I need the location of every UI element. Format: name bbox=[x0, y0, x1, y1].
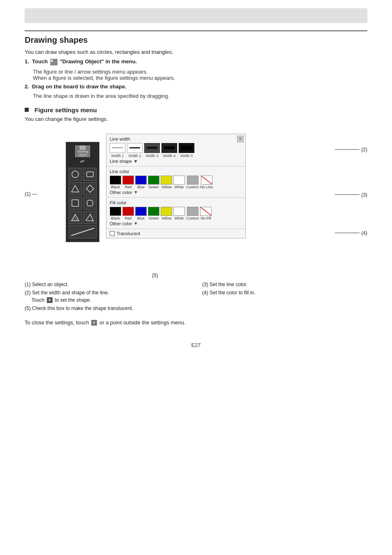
line-color-yellow: Yellow bbox=[161, 176, 172, 189]
lw-box-5[interactable] bbox=[179, 143, 194, 153]
lw-box-4[interactable] bbox=[161, 143, 177, 153]
shape-rounded-square-btn[interactable] bbox=[83, 197, 97, 210]
line-shape-dropdown-arrow[interactable]: ▼ bbox=[134, 159, 138, 164]
lw-line-3 bbox=[147, 147, 157, 149]
callout-2: (2) bbox=[335, 147, 367, 153]
lw-label-1: Width 1 bbox=[111, 154, 124, 158]
lc-blue-label: Blue bbox=[137, 185, 145, 189]
shape-circle-btn[interactable] bbox=[69, 168, 82, 181]
x-icon-inline: ✕ bbox=[91, 320, 97, 326]
other-color-fill-arrow[interactable]: ▼ bbox=[134, 221, 138, 226]
lw-swatch-1: Width 1 bbox=[110, 143, 125, 158]
shape-diamond-btn[interactable] bbox=[83, 182, 97, 195]
line-shape-dropdown-row: Line shape ▼ bbox=[110, 159, 242, 164]
shape-rounded-rect-btn[interactable] bbox=[83, 168, 97, 181]
section-title: Drawing shapes bbox=[25, 30, 367, 45]
line-color-blue: Blue bbox=[135, 176, 147, 189]
translucent-checkbox[interactable] bbox=[110, 231, 115, 236]
line-color-green: Green bbox=[148, 176, 159, 189]
fc-custom-swatch[interactable] bbox=[187, 207, 198, 216]
lc-blue-swatch[interactable] bbox=[135, 176, 147, 185]
svg-marker-6 bbox=[71, 214, 79, 221]
page-container: Drawing shapes You can draw shapes such … bbox=[0, 0, 392, 555]
fc-nofill-swatch[interactable] bbox=[200, 207, 212, 216]
fc-red-swatch[interactable] bbox=[122, 207, 134, 216]
step2-num: 2. bbox=[25, 83, 30, 90]
svg-rect-4 bbox=[72, 200, 78, 206]
shape-square-outline-btn[interactable] bbox=[69, 197, 82, 210]
subsection-intro: You can change the figure settings. bbox=[25, 116, 367, 122]
close-btn[interactable]: × bbox=[237, 136, 244, 142]
fc-nofill-label: No Fill bbox=[201, 216, 211, 220]
close-note: To close the settings, touch ✕ or a poin… bbox=[25, 319, 367, 326]
shape-triangle-right-btn[interactable] bbox=[83, 211, 97, 224]
lc-noline-swatch[interactable] bbox=[201, 176, 212, 185]
lw-line-2 bbox=[129, 147, 140, 148]
lc-noline-label: No Line bbox=[200, 185, 213, 189]
lw-box-1[interactable] bbox=[110, 143, 125, 153]
close-note-text1: To close the settings, touch bbox=[25, 319, 89, 326]
fc-blue-swatch[interactable] bbox=[135, 207, 147, 216]
shape-triangle-outline-btn[interactable] bbox=[69, 182, 82, 195]
line-color-noline: No Line bbox=[200, 176, 213, 189]
other-color-line-row: Other color ▼ bbox=[110, 190, 242, 195]
lc-white-swatch[interactable] bbox=[173, 176, 185, 185]
lc-green-label: Green bbox=[148, 185, 159, 189]
fc-green-swatch[interactable] bbox=[148, 207, 159, 216]
lc-custom-swatch[interactable] bbox=[187, 176, 198, 185]
settings-panel: Line width × Width 1 Width 2 bbox=[106, 134, 246, 238]
legend-4: (4) Set the color to fill in. bbox=[202, 289, 367, 304]
lw-label-3: Width 3 bbox=[146, 154, 159, 158]
svg-line-10 bbox=[201, 207, 211, 215]
page-number: E27 bbox=[25, 342, 367, 348]
lc-red-swatch[interactable] bbox=[122, 176, 134, 185]
lc-green-swatch[interactable] bbox=[148, 176, 159, 185]
fc-black-swatch[interactable] bbox=[110, 207, 121, 216]
svg-line-9 bbox=[201, 176, 212, 184]
lw-label-2: Width 2 bbox=[129, 154, 141, 158]
lw-box-3[interactable] bbox=[144, 143, 160, 153]
translucent-label: Translucent bbox=[117, 231, 140, 236]
other-color-line-arrow[interactable]: ▼ bbox=[134, 190, 138, 194]
line-color-custom: Custom bbox=[186, 176, 199, 189]
close-note-text2: or a point outside the settings menu. bbox=[99, 319, 186, 326]
step2-sub1: The line shape is drawn in the area spec… bbox=[33, 93, 367, 99]
lc-black-label: Black bbox=[111, 185, 120, 189]
callout-2-label: (2) bbox=[361, 147, 367, 153]
shape-diagonal-btn[interactable] bbox=[69, 225, 97, 238]
step-1: 1. Touch ▦ "Drawing Object" in the menu. bbox=[25, 58, 367, 65]
subsection-title: Figure settings menu bbox=[25, 106, 367, 113]
translucent-row: Translucent bbox=[106, 229, 245, 238]
line-color-black: Black bbox=[110, 176, 121, 189]
fc-yellow-label: Yellow bbox=[161, 216, 172, 220]
callout-3: (3) bbox=[335, 192, 367, 198]
fc-yellow-swatch[interactable] bbox=[161, 207, 172, 216]
lw-box-2[interactable] bbox=[127, 143, 143, 153]
fill-color-black: Black bbox=[110, 207, 121, 220]
shape-triangle-filled-btn[interactable] bbox=[69, 211, 82, 224]
shapes-grid bbox=[69, 168, 97, 238]
intro-text: You can draw shapes such as circles, rec… bbox=[25, 49, 367, 55]
lc-yellow-swatch[interactable] bbox=[161, 176, 172, 185]
lc-black-swatch[interactable] bbox=[110, 176, 121, 185]
step1-sub2: When a figure is selected, the figure se… bbox=[33, 75, 367, 81]
svg-marker-3 bbox=[86, 185, 94, 192]
legend-3: (3) Set the line color. bbox=[202, 281, 367, 288]
fc-black-label: Black bbox=[111, 216, 120, 220]
fill-color-section: Fill color Black Red Blue bbox=[106, 198, 245, 229]
fill-color-red: Red bbox=[122, 207, 134, 220]
fc-custom-label: Custom bbox=[186, 216, 199, 220]
fc-white-swatch[interactable] bbox=[173, 207, 185, 216]
lw-label-5: Width 5 bbox=[180, 154, 193, 158]
line-color-swatches: Black Red Blue Green bbox=[110, 176, 242, 189]
step1-num: 1. bbox=[25, 58, 30, 65]
drawing-obj-icon: DrawingObject ✏ bbox=[75, 146, 90, 164]
fill-color-label: Fill color bbox=[110, 200, 242, 205]
svg-marker-7 bbox=[86, 214, 94, 221]
drawing-object-icon-inline: ▦ bbox=[50, 59, 58, 65]
other-color-fill-label: Other color bbox=[110, 221, 132, 226]
shapes-panel: DrawingObject ✏ bbox=[66, 142, 99, 242]
lw-swatch-4: Width 4 bbox=[161, 143, 177, 158]
fill-color-nofill: No Fill bbox=[200, 207, 212, 220]
fill-color-yellow: Yellow bbox=[161, 207, 172, 220]
